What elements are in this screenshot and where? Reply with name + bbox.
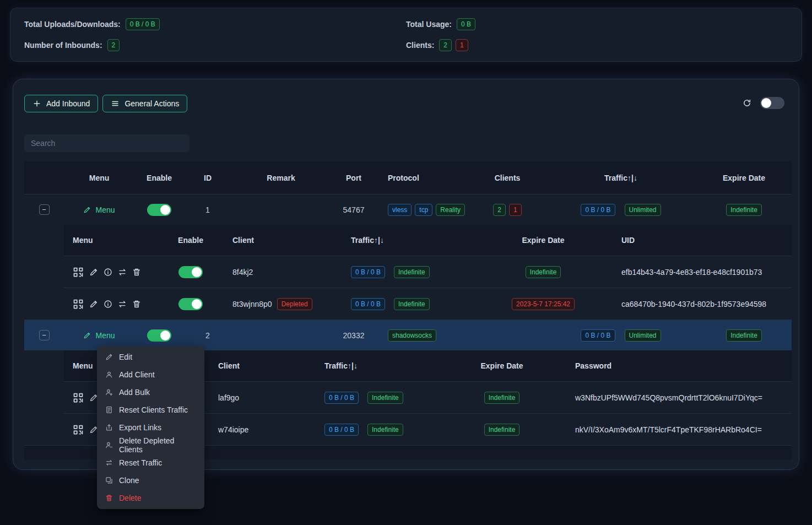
edit-icon[interactable] bbox=[89, 300, 98, 308]
toolbar-right bbox=[743, 97, 784, 109]
general-actions-button[interactable]: General Actions bbox=[102, 95, 187, 112]
info-icon[interactable] bbox=[104, 268, 112, 277]
expire-badge: Indefinite bbox=[484, 424, 520, 436]
qr-code-icon[interactable] bbox=[73, 299, 84, 310]
expire-badge: Indefinite bbox=[484, 392, 520, 404]
add-inbound-label: Add Inbound bbox=[46, 99, 90, 108]
inbound-enable-switch[interactable] bbox=[147, 204, 171, 216]
traffic-limit-badge: Indefinite bbox=[394, 266, 430, 278]
collapse-row-button[interactable]: − bbox=[39, 204, 50, 215]
header-cell-uid: UID bbox=[587, 236, 792, 245]
inbound-port: 20332 bbox=[331, 331, 377, 340]
stat-uploads-downloads-label: Total Uploads/Downloads: bbox=[24, 20, 121, 29]
header-cell-menu: Menu bbox=[64, 236, 169, 245]
edit-icon bbox=[83, 332, 91, 339]
delete-icon[interactable] bbox=[132, 300, 141, 308]
traffic-limit-badge: Indefinite bbox=[394, 298, 430, 310]
clients-active-badge: 2 bbox=[493, 204, 506, 216]
refresh-icon[interactable] bbox=[743, 99, 751, 107]
plus-icon bbox=[33, 99, 41, 108]
client-uid: efb14b43-4a79-4e83-ef18-e48cf1901b73 bbox=[587, 268, 792, 277]
switch-knob bbox=[192, 299, 202, 309]
transport-badge: tcp bbox=[415, 204, 432, 216]
context-menu-item-reset-clients-traffic[interactable]: Reset Clients Traffic bbox=[97, 401, 204, 419]
info-icon[interactable] bbox=[104, 300, 112, 308]
reset-traffic-icon[interactable] bbox=[118, 268, 127, 277]
edit-icon bbox=[83, 206, 91, 214]
header-cell-expire-date: Expire Date bbox=[455, 361, 549, 370]
inbound-context-menu: Edit Add Client Add Bulk Reset Clients T… bbox=[97, 346, 204, 509]
client-enable-switch[interactable] bbox=[178, 298, 203, 310]
qr-code-icon[interactable] bbox=[73, 267, 84, 278]
client-name: laf9go bbox=[202, 393, 312, 402]
switch-knob bbox=[160, 331, 170, 340]
inbound-id: 2 bbox=[184, 331, 231, 340]
context-menu-item-delete[interactable]: Delete bbox=[97, 489, 204, 507]
general-actions-label: General Actions bbox=[124, 99, 179, 108]
traffic-limit-badge: Indefinite bbox=[367, 392, 403, 404]
traffic-limit-badge: Unlimited bbox=[625, 329, 661, 342]
stat-uploads-downloads-value: 0 B / 0 B bbox=[126, 18, 160, 30]
header-cell-port: Port bbox=[331, 174, 377, 182]
header-cell-traffic: Traffic↑|↓ bbox=[545, 174, 696, 182]
security-badge: Reality bbox=[436, 204, 465, 216]
traffic-badge: 0 B / 0 B bbox=[351, 266, 385, 278]
toolbar: Add Inbound General Actions bbox=[24, 95, 187, 112]
client-table-1: Menu Enable Client Traffic↑|↓ Expire Dat… bbox=[64, 225, 792, 320]
context-menu-item-edit[interactable]: Edit bbox=[97, 348, 204, 366]
inbound-menu-trigger[interactable]: Menu bbox=[83, 205, 115, 214]
expire-badge: Indefinite bbox=[726, 329, 762, 342]
client-password: w3NfbzUPf5WWd745Q8pvsmQrdrttT2lO6knuI7Di… bbox=[549, 393, 792, 402]
theme-toggle[interactable] bbox=[760, 97, 784, 109]
context-menu-item-delete-depleted-clients[interactable]: Delete Depleted Clients bbox=[97, 436, 204, 454]
inbound-enable-switch[interactable] bbox=[147, 329, 171, 342]
menu-item-label: Reset Traffic bbox=[119, 458, 162, 467]
context-menu-item-add-client[interactable]: Add Client bbox=[97, 366, 204, 383]
delete-icon bbox=[105, 494, 113, 502]
stat-clients-depleted-value: 1 bbox=[456, 39, 468, 51]
edit-icon bbox=[105, 353, 113, 361]
stat-total-usage-value: 0 B bbox=[457, 18, 475, 30]
menu-item-label: Add Client bbox=[119, 370, 155, 379]
list-icon bbox=[111, 99, 120, 108]
add-bulk-icon bbox=[105, 388, 113, 396]
context-menu-item-clone[interactable]: Clone bbox=[97, 472, 204, 489]
stat-total-usage: Total Usage: 0 B bbox=[406, 18, 788, 30]
context-menu-item-export-links[interactable]: Export Links bbox=[97, 419, 204, 436]
inbound-menu-trigger[interactable]: Menu bbox=[83, 331, 115, 340]
stat-clients-active-value: 2 bbox=[439, 39, 452, 51]
traffic-badge: 0 B / 0 B bbox=[324, 424, 359, 436]
qr-code-icon[interactable] bbox=[73, 424, 84, 435]
stat-clients: Clients: 2 1 bbox=[406, 39, 788, 51]
qr-code-icon[interactable] bbox=[73, 392, 84, 403]
traffic-limit-badge: Indefinite bbox=[367, 424, 403, 436]
client-name: w74ioipe bbox=[202, 425, 312, 434]
stat-number-of-inbounds-value: 2 bbox=[107, 39, 120, 51]
traffic-limit-badge: Unlimited bbox=[625, 204, 661, 216]
delete-icon[interactable] bbox=[132, 268, 141, 277]
add-inbound-button[interactable]: Add Inbound bbox=[24, 95, 98, 112]
header-cell-clients: Clients bbox=[469, 174, 545, 182]
traffic-badge: 0 B / 0 B bbox=[581, 329, 615, 342]
menu-item-label: Delete bbox=[119, 494, 141, 502]
header-cell-client: Client bbox=[202, 361, 312, 370]
context-menu-item-add-bulk[interactable]: Add Bulk bbox=[97, 383, 204, 401]
header-cell-traffic: Traffic↑|↓ bbox=[312, 361, 455, 370]
collapse-row-button[interactable]: − bbox=[39, 330, 50, 340]
inbound-menu-label: Menu bbox=[95, 205, 115, 214]
client-row: 8t3wjnn8p0 Depleted 0 B / 0 B Indefinite… bbox=[64, 288, 792, 320]
edit-icon[interactable] bbox=[89, 268, 98, 277]
client-name: 8f4kj2 bbox=[232, 268, 253, 277]
menu-item-label: Reset Clients Traffic bbox=[119, 405, 188, 414]
context-menu-item-reset-traffic[interactable]: Reset Traffic bbox=[97, 454, 204, 472]
search-input[interactable] bbox=[24, 134, 190, 152]
expire-badge: Indefinite bbox=[726, 204, 762, 216]
inbound-row-1: − Menu 1 54767 vless tcp Reality 2 1 0 bbox=[24, 194, 792, 225]
reset-traffic-icon[interactable] bbox=[118, 300, 127, 308]
inbound-id: 1 bbox=[184, 205, 231, 214]
add-client-icon bbox=[105, 371, 113, 378]
header-cell-enable: Enable bbox=[134, 174, 184, 182]
client-enable-switch[interactable] bbox=[178, 266, 203, 278]
client-uid: ca68470b-1940-437d-802b-1f9573e94598 bbox=[587, 300, 792, 308]
client-password: nkV/I/3XoAm9v6xMT/T5lcrF4TpeTKF98rHARbRo… bbox=[549, 425, 792, 434]
